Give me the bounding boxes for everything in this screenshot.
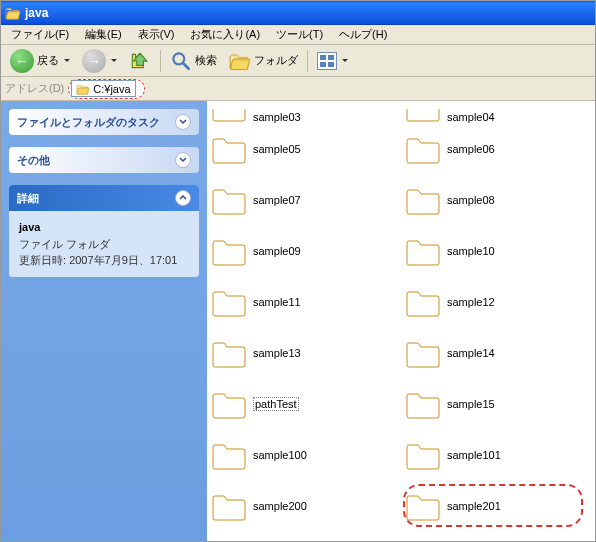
folder-icon — [229, 50, 251, 72]
folder-name: sample13 — [253, 347, 301, 359]
menu-help[interactable]: ヘルプ(H) — [331, 25, 395, 44]
addressbar: アドレス(D) C:¥java — [1, 77, 595, 101]
menu-file[interactable]: ファイル(F) — [3, 25, 77, 44]
other-title: その他 — [17, 153, 50, 168]
folder-name: sample09 — [253, 245, 301, 257]
folder-item[interactable]: sample06 — [401, 123, 595, 174]
folder-item[interactable]: sample08 — [401, 174, 595, 225]
folders-button[interactable]: フォルダ — [224, 47, 303, 75]
menu-edit[interactable]: 編集(E) — [77, 25, 130, 44]
menubar: ファイル(F) 編集(E) 表示(V) お気に入り(A) ツール(T) ヘルプ(… — [1, 25, 595, 45]
chevron-down-icon — [64, 59, 70, 62]
menu-tools[interactable]: ツール(T) — [268, 25, 331, 44]
folder-name: sample07 — [253, 194, 301, 206]
folder-icon — [405, 439, 441, 471]
address-path: C:¥java — [93, 83, 130, 95]
menu-view[interactable]: 表示(V) — [130, 25, 183, 44]
folder-name: sample03 — [253, 111, 301, 123]
folder-name: sample201 — [447, 500, 501, 512]
main-area: ファイルとフォルダのタスク その他 詳細 java ファイル フォルダ 更新日時… — [1, 101, 595, 542]
forward-icon: → — [82, 49, 106, 73]
address-label: アドレス(D) — [5, 81, 64, 96]
chevron-up-icon — [175, 190, 191, 206]
folder-icon — [211, 184, 247, 216]
folder-name: sample101 — [447, 449, 501, 461]
folder-item[interactable]: sample201 — [401, 480, 595, 531]
window-title: java — [25, 6, 48, 20]
folder-icon — [405, 490, 441, 522]
folder-item[interactable]: sample13 — [207, 327, 401, 378]
folder-item[interactable]: sample04 — [401, 103, 595, 123]
back-icon: ← — [10, 49, 34, 73]
forward-button[interactable]: → — [77, 47, 122, 75]
folder-item[interactable]: sample03 — [207, 103, 401, 123]
details-panel-header[interactable]: 詳細 — [9, 185, 199, 211]
folder-item[interactable]: sample15 — [401, 378, 595, 429]
folder-icon — [405, 388, 441, 420]
menu-favorites[interactable]: お気に入り(A) — [182, 25, 268, 44]
back-label: 戻る — [37, 53, 59, 68]
sidebar: ファイルとフォルダのタスク その他 詳細 java ファイル フォルダ 更新日時… — [1, 101, 207, 542]
folder-name: sample10 — [447, 245, 495, 257]
folder-item[interactable]: sample10 — [401, 225, 595, 276]
folder-item[interactable]: sample07 — [207, 174, 401, 225]
folder-item[interactable]: sample12 — [401, 276, 595, 327]
chevron-down-icon — [342, 59, 348, 62]
details-body: java ファイル フォルダ 更新日時: 2007年7月9日、17:01 — [9, 211, 199, 277]
views-button[interactable] — [312, 47, 353, 75]
up-icon — [129, 50, 151, 72]
up-button[interactable] — [124, 47, 156, 75]
other-panel-header[interactable]: その他 — [9, 147, 199, 173]
address-highlight: C:¥java — [68, 79, 144, 99]
folder-name: sample06 — [447, 143, 495, 155]
folder-item[interactable]: sample11 — [207, 276, 401, 327]
folder-icon — [211, 388, 247, 420]
details-type: ファイル フォルダ — [19, 236, 189, 253]
file-area[interactable]: sample03sample04 sample05sample06sample0… — [207, 101, 595, 542]
folder-icon — [5, 5, 21, 21]
folder-icon — [211, 109, 247, 123]
views-icon — [317, 52, 337, 70]
folder-name: sample200 — [253, 500, 307, 512]
folder-item[interactable]: sample100 — [207, 429, 401, 480]
details-panel: 詳細 java ファイル フォルダ 更新日時: 2007年7月9日、17:01 — [9, 185, 199, 277]
folder-icon — [405, 286, 441, 318]
folder-icon — [211, 133, 247, 165]
folder-name: sample05 — [253, 143, 301, 155]
folder-name: pathTest — [253, 397, 299, 411]
folder-icon — [211, 439, 247, 471]
folder-item[interactable]: sample200 — [207, 480, 401, 531]
folder-item[interactable]: pathTest — [207, 378, 401, 429]
folder-icon — [405, 109, 441, 123]
folder-icon — [405, 235, 441, 267]
folder-icon — [76, 83, 90, 95]
search-button[interactable]: 検索 — [165, 47, 222, 75]
folder-name: sample15 — [447, 398, 495, 410]
folder-icon — [211, 235, 247, 267]
titlebar: java — [1, 1, 595, 25]
folder-icon — [405, 184, 441, 216]
folder-name: sample100 — [253, 449, 307, 461]
folder-item[interactable]: sample14 — [401, 327, 595, 378]
folder-item[interactable]: sample05 — [207, 123, 401, 174]
folder-name: sample04 — [447, 111, 495, 123]
folder-icon — [405, 133, 441, 165]
folder-icon — [211, 337, 247, 369]
folder-item[interactable]: sample101 — [401, 429, 595, 480]
folder-icon — [211, 490, 247, 522]
search-icon — [170, 50, 192, 72]
chevron-down-icon — [175, 152, 191, 168]
folder-item[interactable]: sample09 — [207, 225, 401, 276]
folder-icon — [405, 337, 441, 369]
folder-name: sample12 — [447, 296, 495, 308]
folder-name: sample11 — [253, 296, 301, 308]
address-field[interactable]: C:¥java — [71, 80, 135, 97]
folders-label: フォルダ — [254, 53, 298, 68]
chevron-down-icon — [111, 59, 117, 62]
back-button[interactable]: ← 戻る — [5, 47, 75, 75]
chevron-down-icon — [175, 114, 191, 130]
tasks-panel-header[interactable]: ファイルとフォルダのタスク — [9, 109, 199, 135]
separator — [307, 50, 308, 72]
tasks-title: ファイルとフォルダのタスク — [17, 115, 160, 130]
details-title: 詳細 — [17, 191, 39, 206]
